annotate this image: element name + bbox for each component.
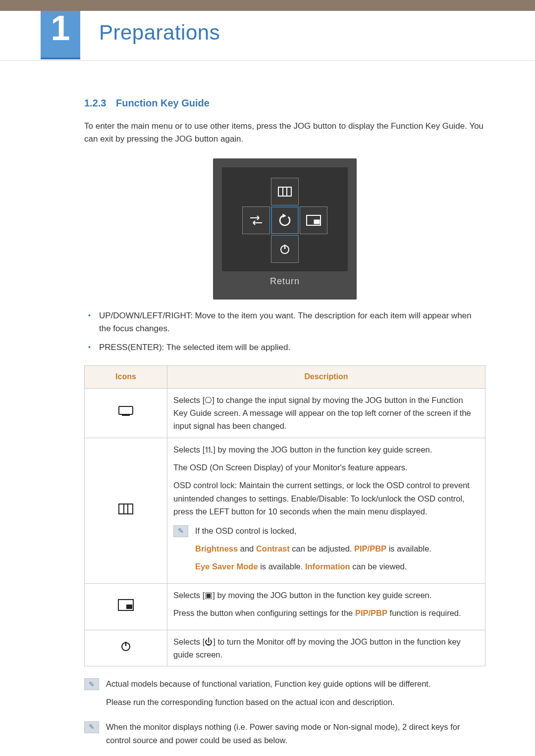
osd-up-menu-icon [271,178,299,205]
chapter-title: Preparations [99,21,220,45]
pip-icon [85,583,167,630]
footnote-2: ✎ When the monitor displays nothing (i.e… [84,720,485,747]
pip-p2: Press the button when configuring settin… [173,606,479,619]
table-row: Selects [⎔] to change the input signal b… [85,388,485,438]
instruction-bullets: UP/DOWN/LEFT/RIGHT: Move to the item you… [84,309,485,354]
page-content: 1.2.3 Function Key Guide To enter the ma… [0,61,535,756]
osd-left-source-icon [242,206,270,234]
table-row: Selects [⏻] to turn the Monitor off by m… [85,630,485,666]
chapter-number-badge: 1 [41,11,80,59]
source-icon [85,388,167,438]
note-icon: ✎ [84,678,99,690]
footnote-1a: Actual models because of functional vari… [106,677,485,690]
menu-icon [85,438,167,583]
intro-paragraph: To enter the main menu or to use other i… [84,120,485,146]
page-header: 1 Preparations [0,11,535,61]
osd-center-return-icon [271,206,299,234]
bullet-item: PRESS(ENTER): The selected item will be … [84,341,485,354]
menu-p3: OSD control lock: Maintain the current s… [173,479,479,518]
footnote-1: ✎ Actual models because of functional va… [84,677,485,713]
svg-rect-8 [119,504,133,514]
osd-guide-inner [222,167,348,271]
menu-note-line-b: Eye Saver Mode is available. Information… [195,560,479,573]
section-title: Function Key Guide [116,98,210,108]
table-header-icons: Icons [85,365,167,388]
svg-rect-12 [126,605,132,609]
bullet-item: UP/DOWN/LEFT/RIGHT: Move to the item you… [84,309,485,336]
pip-description: Selects [▣] by moving the JOG button in … [167,583,485,630]
osd-dpad [242,177,328,263]
section-heading: 1.2.3 Function Key Guide [84,96,485,111]
menu-note: ✎ If the OSD control is locked, Brightne… [173,524,479,578]
source-description: Selects [⎔] to change the input signal b… [167,388,485,438]
svg-rect-4 [314,220,320,224]
footnote-1b: Please run the corresponding function ba… [106,696,485,708]
footnote-2-text: When the monitor displays nothing (i.e. … [106,720,485,747]
osd-guide-figure: Return [213,158,357,300]
pip-p1: Selects [▣] by moving the JOG button in … [173,589,479,602]
osd-right-pip-icon [300,206,327,234]
menu-note-line-a: Brightness and Contrast can be adjusted.… [195,542,479,555]
power-description: Selects [⏻] to turn the Monitor off by m… [167,630,485,666]
menu-p2: The OSD (On Screen Display) of your Moni… [173,461,479,474]
icon-description-table: Icons Description Selects [⎔] to change … [84,365,485,667]
svg-rect-7 [119,406,133,414]
osd-return-label: Return [213,275,357,289]
osd-down-power-icon [271,235,299,263]
note-icon: ✎ [173,525,188,537]
menu-description: Selects [⒒] by moving the JOG button in … [167,438,485,583]
svg-rect-0 [278,187,291,196]
top-bar [0,0,535,11]
menu-note-intro: If the OSD control is locked, [195,524,479,537]
note-icon: ✎ [84,721,99,733]
section-number: 1.2.3 [84,98,106,108]
table-row: Selects [⒒] by moving the JOG button in … [85,438,485,583]
chapter-number: 1 [51,11,70,46]
power-icon [85,630,167,666]
table-header-description: Description [167,365,485,388]
table-row: Selects [▣] by moving the JOG button in … [85,583,485,630]
menu-p1: Selects [⒒] by moving the JOG button in … [173,443,479,456]
